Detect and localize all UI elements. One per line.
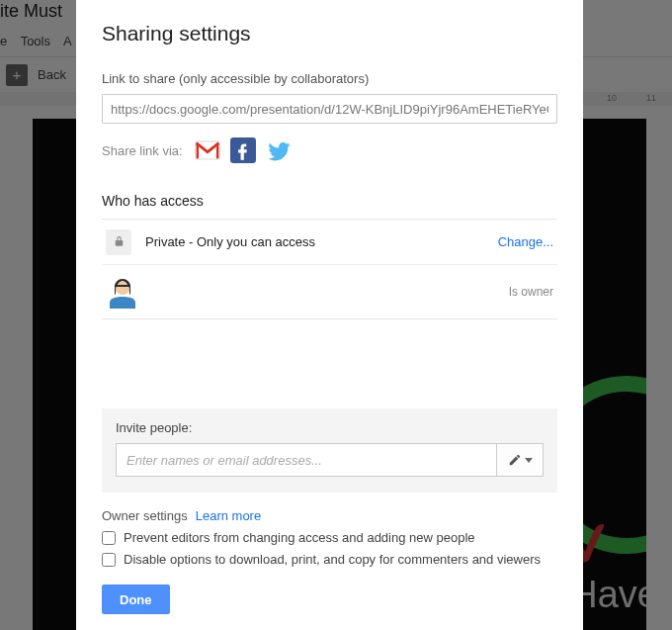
share-via-label: Share link via:	[102, 143, 183, 158]
disable-download-option[interactable]: Disable options to download, print, and …	[102, 552, 557, 567]
invite-people-section: Invite people:	[102, 408, 557, 493]
share-link-via-row: Share link via:	[102, 137, 557, 163]
change-visibility-link[interactable]: Change...	[498, 234, 553, 249]
gmail-icon[interactable]	[195, 137, 220, 163]
owner-role-label: Is owner	[509, 285, 553, 299]
learn-more-link[interactable]: Learn more	[196, 508, 261, 523]
sharing-settings-dialog: Sharing settings Link to share (only acc…	[76, 0, 583, 630]
dialog-title: Sharing settings	[102, 22, 557, 45]
prevent-editors-label: Prevent editors from changing access and…	[124, 530, 475, 545]
owner-row: Is owner	[102, 265, 557, 318]
owner-settings-label: Owner settings	[102, 508, 188, 523]
lock-icon	[106, 229, 131, 255]
who-has-access-heading: Who has access	[102, 193, 557, 209]
chevron-down-icon	[525, 458, 533, 463]
permission-dropdown-button[interactable]	[496, 443, 544, 477]
disable-download-checkbox[interactable]	[102, 553, 116, 567]
pencil-icon	[508, 453, 522, 467]
prevent-editors-option[interactable]: Prevent editors from changing access and…	[102, 530, 557, 545]
twitter-icon[interactable]	[266, 137, 292, 163]
prevent-editors-checkbox[interactable]	[102, 531, 116, 545]
invite-people-input[interactable]	[116, 443, 496, 477]
facebook-icon[interactable]	[230, 137, 256, 163]
done-button[interactable]: Done	[102, 585, 170, 614]
access-list: Private - Only you can access Change... …	[102, 219, 557, 319]
privacy-text: Private - Only you can access	[145, 234, 484, 249]
privacy-row: Private - Only you can access Change...	[102, 220, 557, 265]
owner-avatar	[106, 275, 139, 309]
share-link-input[interactable]	[102, 94, 557, 124]
disable-download-label: Disable options to download, print, and …	[124, 552, 541, 567]
invite-label: Invite people:	[116, 420, 544, 435]
link-to-share-label: Link to share (only accessible by collab…	[102, 71, 557, 86]
owner-settings-row: Owner settings Learn more	[102, 508, 557, 523]
